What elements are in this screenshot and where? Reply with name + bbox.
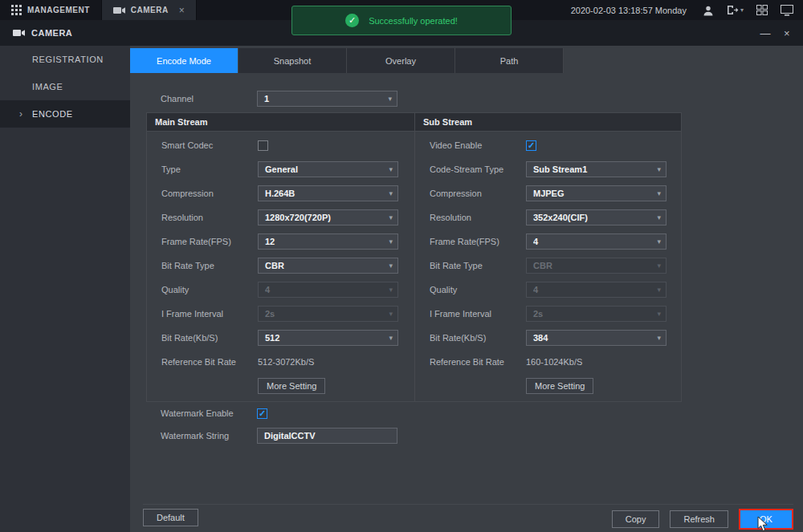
field-row: Compression MJPEG▾ [415,181,681,205]
bit-rate-select[interactable]: 512▾ [258,330,398,346]
tab-management[interactable]: MANAGEMENT [0,0,101,20]
field-row: More Setting [415,374,681,398]
field-row: Reference Bit Rate 160-1024Kb/S [415,350,681,374]
field-row: Watermark Enable [161,402,397,424]
logout-icon[interactable]: ▾ [727,5,744,15]
sub-stream-header: Sub Stream [414,113,681,131]
display-icon[interactable] [781,5,793,16]
field-row: Watermark String [161,424,397,447]
field-label: Compression [161,189,258,198]
resolution-select-sub[interactable]: 352x240(CIF)▾ [526,209,666,225]
copy-button[interactable]: Copy [612,510,660,528]
tab-overlay[interactable]: Overlay [347,48,455,73]
chevron-down-icon: ▾ [657,189,661,197]
field-label: Video Enable [430,140,526,150]
watermark-section: Watermark Enable Watermark String [161,402,397,447]
chevron-down-icon: ▾ [388,95,392,103]
bit-rate-type-select[interactable]: CBR▾ [258,258,398,274]
chevron-down-icon: ▾ [740,6,744,14]
success-toast: ✓ Successfully operated! [291,6,512,35]
reference-bit-rate-value: 512-3072Kb/S [258,357,314,367]
field-row: Bit Rate Type CBR▾ [415,254,681,278]
field-row: I Frame Interval 2s▾ [415,302,681,326]
more-setting-button-sub[interactable]: More Setting [526,378,593,394]
field-label: Watermark String [161,431,257,441]
resolution-select[interactable]: 1280x720(720P)▾ [258,209,398,225]
tab-path[interactable]: Path [455,48,564,73]
field-row: Frame Rate(FPS) 4▾ [415,229,681,254]
tab-camera-label: CAMERA [131,6,169,14]
chevron-down-icon: ▾ [657,334,661,342]
field-row: Type General▾ [147,157,414,181]
field-row: Bit Rate(Kb/S) 384▾ [415,326,681,350]
field-label: Compression [430,189,526,198]
sidebar-item-registration[interactable]: › REGISTRATION [0,46,130,73]
field-row: Frame Rate(FPS) 12▾ [147,229,414,254]
red-annotation-box: OK [739,509,793,530]
chevron-down-icon: ▾ [657,310,661,318]
layout-panes-icon[interactable] [756,5,768,15]
refresh-button[interactable]: Refresh [670,510,728,528]
field-row: Quality 4▾ [415,278,681,302]
sidebar-item-encode[interactable]: › ENCODE [0,100,130,128]
tab-label: Path [500,56,519,66]
sidebar-item-label: REGISTRATION [32,55,104,64]
chevron-down-icon: ▾ [389,189,393,197]
sub-stream-column: Video Enable Code-Stream Type Sub Stream… [414,132,681,401]
field-row: More Setting [147,374,414,398]
compression-select-sub[interactable]: MJPEG▾ [526,185,666,201]
footer-bar: Default Copy Refresh OK [143,504,793,531]
tab-camera-top[interactable]: CAMERA × [101,0,197,20]
type-select[interactable]: General▾ [258,161,398,177]
sidebar: › REGISTRATION › IMAGE › ENCODE [0,46,130,532]
field-label: Quality [430,285,526,294]
frame-rate-select[interactable]: 12▾ [258,234,398,250]
chevron-down-icon: ▾ [657,213,661,221]
stream-panel: Main Stream Sub Stream Smart Codec Type … [146,112,682,402]
bit-rate-select-sub[interactable]: 384▾ [526,330,666,346]
field-label: Reference Bit Rate [430,357,526,367]
field-label: Smart Codec [161,140,258,150]
field-label: Code-Stream Type [430,164,526,174]
more-setting-button[interactable]: More Setting [258,378,325,394]
reference-bit-rate-value-sub: 160-1024Kb/S [526,357,582,367]
sidebar-item-image[interactable]: › IMAGE [0,73,130,100]
tab-close-icon[interactable]: × [179,5,185,16]
compression-select[interactable]: H.264B▾ [258,185,398,201]
chevron-right-icon: › [19,108,23,120]
channel-row: Channel 1 ▾ [161,91,397,107]
ok-button[interactable]: OK [740,510,792,528]
field-row: I Frame Interval 2s▾ [147,302,414,326]
field-label: Frame Rate(FPS) [430,237,526,246]
i-frame-interval-select-sub: 2s▾ [526,306,666,322]
field-label: Reference Bit Rate [161,357,258,367]
page-title: CAMERA [31,28,72,38]
camera-icon [13,29,25,37]
channel-select[interactable]: 1 ▾ [257,91,397,107]
smart-codec-checkbox[interactable] [258,140,268,151]
topbar-right: 2020-02-03 13:18:57 Monday ▾ [571,5,803,16]
quality-select: 4▾ [258,282,398,298]
default-button[interactable]: Default [143,509,198,526]
video-enable-checkbox[interactable] [526,140,536,151]
close-button[interactable]: × [784,27,790,39]
field-row: Code-Stream Type Sub Stream1▾ [415,157,681,181]
quality-select-sub: 4▾ [526,282,666,298]
chevron-down-icon: ▾ [657,286,661,294]
frame-rate-select-sub[interactable]: 4▾ [526,234,666,250]
tab-encode-mode[interactable]: Encode Mode [130,48,238,73]
field-label: Bit Rate Type [430,261,526,270]
datetime: 2020-02-03 13:18:57 Monday [571,6,687,15]
field-label: Frame Rate(FPS) [161,237,258,246]
watermark-enable-checkbox[interactable] [257,408,267,419]
field-row: Bit Rate(Kb/S) 512▾ [147,326,414,350]
code-stream-type-select[interactable]: Sub Stream1▾ [526,161,666,177]
check-icon: ✓ [345,14,359,27]
chevron-down-icon: ▾ [389,310,393,318]
watermark-string-input[interactable] [257,428,397,444]
user-icon[interactable] [703,5,714,16]
tab-snapshot[interactable]: Snapshot [238,48,347,73]
minimize-button[interactable]: — [760,27,771,39]
grid-icon [11,5,22,15]
field-label: Bit Rate(Kb/S) [161,333,258,343]
